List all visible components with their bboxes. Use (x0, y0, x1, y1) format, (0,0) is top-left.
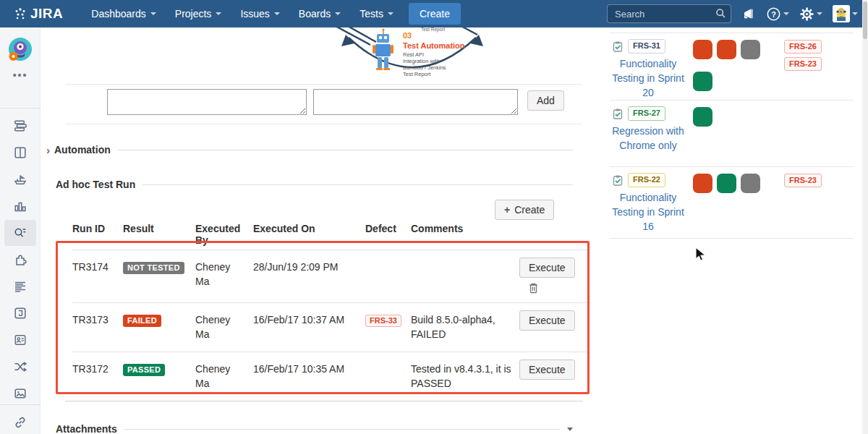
issue-key-badge[interactable]: FRS-31 (628, 39, 665, 53)
issue-key-badge[interactable]: FRS-22 (628, 173, 665, 187)
status-square-red[interactable] (693, 40, 712, 59)
sidebar-item-backlog[interactable] (4, 113, 36, 139)
comments-cell (411, 260, 514, 302)
nav-menu-label: Boards (299, 8, 331, 20)
help-menu[interactable]: ? (766, 7, 789, 22)
sidebar-item-shortcut-link[interactable] (4, 409, 36, 434)
help-icon: ? (766, 7, 781, 22)
linked-defect-pill[interactable]: FRS-26 (784, 40, 822, 54)
nav-menu-boards[interactable]: Boards (289, 0, 350, 27)
sidebar-item-components[interactable] (4, 273, 36, 299)
nav-menu-label: Tests (359, 8, 383, 20)
sidebar-item-shuffle[interactable] (4, 354, 36, 380)
test-run-table: Run ID Result Executed By Executed On De… (56, 223, 590, 391)
requirement-item: FRS-27 Regression with Chrome only (610, 100, 854, 166)
chevron-down-icon (388, 12, 393, 15)
requirement-link[interactable]: Functionality Testing in Sprint 16 (612, 190, 684, 234)
sidebar-item-reports[interactable] (4, 193, 36, 219)
chevron-down-icon (216, 12, 221, 15)
test-clipboard-icon (612, 108, 624, 119)
status-square-green[interactable] (717, 174, 736, 193)
search-input[interactable] (607, 4, 731, 23)
attachments-section-header: Attachments (56, 423, 573, 434)
scrollbar-thumb[interactable] (863, 1, 867, 39)
divider (65, 124, 582, 124)
execution-status-squares (693, 40, 762, 100)
status-square-red[interactable] (717, 40, 736, 59)
execute-button[interactable]: Execute (519, 258, 575, 278)
execute-button[interactable]: Execute (519, 310, 575, 331)
create-issue-button[interactable]: Create (409, 3, 461, 25)
nav-menu-dashboards[interactable]: Dashboards (82, 0, 166, 27)
chevron-down-icon (852, 12, 858, 15)
contact-card-icon (13, 333, 27, 347)
linked-defect-pill[interactable]: FRS-23 (784, 57, 822, 71)
sidebar-item-releases[interactable] (4, 166, 36, 192)
issue-key-badge[interactable]: FRS-27 (628, 106, 665, 120)
linked-defect-pill[interactable]: FRS-23 (784, 174, 822, 187)
status-square-green[interactable] (693, 107, 712, 127)
sidebar-item-board[interactable] (4, 140, 36, 166)
sidebar-item-issues-search[interactable] (4, 220, 36, 246)
board-icon (13, 145, 27, 160)
settings-menu[interactable] (799, 7, 822, 22)
announcements-button[interactable] (741, 7, 756, 21)
chevron-down-icon (783, 12, 789, 15)
sidebar-item-pages[interactable] (4, 300, 36, 326)
attachments-menu-caret-icon[interactable] (567, 427, 573, 431)
status-square-gray[interactable] (741, 40, 760, 59)
test-clipboard-icon (612, 174, 624, 186)
table-row: TR3174 NOT TESTED Cheney Ma 28/Jun/19 2:… (72, 250, 590, 302)
expand-chevron-icon[interactable]: › (46, 145, 50, 156)
jira-logo[interactable]: JIRA (13, 6, 63, 22)
more-icon[interactable]: ••• (0, 69, 41, 81)
requirement-link[interactable]: Functionality Testing in Sprint 20 (612, 56, 684, 100)
run-id: TR3173 (72, 312, 123, 352)
sidebar-item-images[interactable] (4, 380, 36, 407)
gear-icon (799, 7, 814, 22)
plus-icon: + (504, 204, 510, 216)
nav-menu-tests[interactable]: Tests (350, 0, 403, 27)
trash-icon[interactable] (528, 282, 539, 296)
search-icon[interactable] (715, 8, 726, 21)
sidebar-item-addons[interactable] (4, 247, 36, 273)
automation-section-title[interactable]: Automation (54, 144, 111, 156)
defect-link[interactable]: FRS-33 (365, 315, 401, 327)
status-square-gray[interactable] (741, 174, 760, 193)
diagram-detail: Rest API (403, 51, 424, 58)
defect-cell (365, 362, 411, 391)
create-test-run-button[interactable]: + Create (495, 200, 554, 220)
col-header-executed-on: Executed On (253, 223, 365, 246)
col-header-comments: Comments (411, 223, 514, 246)
jira-page: JIRA Dashboards Projects Issues Boards T… (0, 0, 868, 434)
nav-menu-projects[interactable]: Projects (166, 0, 231, 27)
requirement-item: FRS-22 Functionality Testing in Sprint 1… (610, 166, 854, 239)
status-square-green[interactable] (693, 72, 712, 91)
table-row: TR3172 PASSED Cheney Ma 16/Feb/17 10:35 … (72, 352, 590, 391)
nav-menu-issues[interactable]: Issues (231, 0, 289, 27)
execution-status-squares (693, 107, 762, 166)
add-item-textarea-2[interactable] (313, 89, 518, 115)
diagram-detail: Bamboo / Jenkins (403, 64, 446, 71)
project-avatar[interactable] (8, 37, 33, 61)
status-square-red[interactable] (693, 174, 712, 193)
sidebar-item-contacts[interactable] (4, 327, 36, 353)
top-nav-bar: JIRA Dashboards Projects Issues Boards T… (0, 0, 868, 27)
diagram-detail: Test Report (403, 71, 431, 77)
bar-chart-icon (13, 199, 27, 213)
attachments-section-title: Attachments (56, 423, 117, 434)
add-button[interactable]: Add (527, 90, 564, 111)
automation-section-header: › Automation (46, 144, 573, 156)
executed-on: 16/Feb/17 10:35 AM (253, 362, 365, 391)
jira-logo-text: JIRA (30, 6, 63, 22)
add-item-textarea-1[interactable] (107, 89, 307, 115)
backlog-icon (13, 119, 27, 133)
executed-by: Cheney Ma (195, 312, 237, 341)
table-row: TR3173 FAILED Cheney Ma 16/Feb/17 10:37 … (72, 302, 590, 352)
requirement-link[interactable]: Regression with Chrome only (612, 124, 684, 153)
execute-button[interactable]: Execute (519, 359, 575, 380)
user-profile-menu[interactable] (833, 5, 858, 22)
page-scrollbar[interactable] (862, 0, 868, 434)
diagram-detail: Integration with (403, 58, 440, 64)
executed-on: 16/Feb/17 10:37 AM (253, 312, 365, 352)
